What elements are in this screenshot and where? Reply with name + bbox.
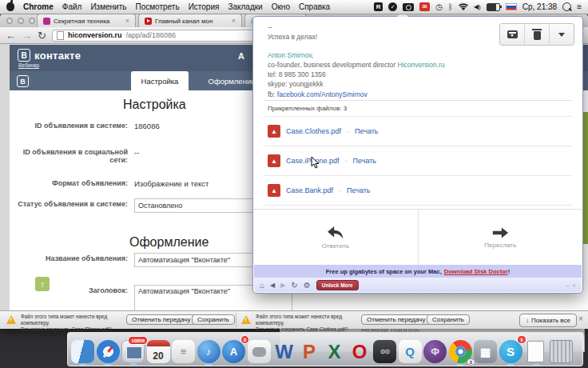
archive-button[interactable] (500, 24, 525, 45)
popover-close-icon[interactable]: × (572, 282, 576, 289)
tab1-close-icon[interactable]: × (125, 17, 129, 25)
wifi-icon[interactable] (459, 3, 468, 11)
tab2-close-icon[interactable]: × (232, 17, 236, 25)
vk-logo[interactable]: В контакте (18, 49, 81, 62)
signature-skype: skype: youngjekkk (268, 79, 445, 89)
dock-icon-calendar[interactable]: 20 (147, 340, 170, 363)
volume-icon[interactable]: ◀) (474, 4, 481, 10)
dock-icon-safari[interactable] (97, 340, 120, 363)
menu-edit[interactable]: Изменить (90, 2, 126, 11)
bluetooth-icon[interactable]: ᛒ (448, 3, 453, 11)
discard-download-button-2[interactable]: Отменить передачу (361, 314, 431, 325)
check-status-icon[interactable]: ✓ (388, 2, 397, 11)
menu-window[interactable]: Окно (272, 2, 290, 11)
attachment-link-bank[interactable]: Case.Bank.pdf (286, 186, 333, 194)
home-icon[interactable]: ⌂ (260, 281, 264, 290)
zoom-window-button[interactable] (29, 18, 35, 24)
field-row-social-id: ID объявления в социальной сети: -- (10, 146, 139, 164)
appstore-badge: 3 (240, 335, 249, 344)
camera-status-icon[interactable] (403, 3, 414, 11)
dock-icon-powerpoint[interactable]: P (298, 340, 321, 363)
dock-icon-finder[interactable] (71, 340, 94, 363)
browser-tab-2[interactable]: Главный канал мон × (138, 14, 242, 27)
menubar-clock[interactable]: Ср, 21:38 (522, 2, 557, 11)
minimize-window-button[interactable] (18, 18, 24, 24)
dock-icon-calculator[interactable]: ▦ (474, 340, 497, 363)
nav-reload-icon[interactable]: ↻ (291, 281, 297, 290)
forward-arrow-icon (491, 226, 509, 239)
discard-download-button-1[interactable]: Отменить передачу (126, 314, 196, 325)
forward-button[interactable]: → (22, 30, 32, 41)
dock-icon-excel[interactable]: X (323, 340, 346, 363)
show-all-downloads-button[interactable]: ↓ Показать все (519, 314, 577, 327)
dock-icon-itunes[interactable]: ♪ (197, 340, 220, 363)
signature-name-link[interactable]: Anton Smirnov, (268, 51, 313, 59)
dock-icon-video-player[interactable]: ⊙⊙ (373, 340, 396, 363)
mail-badge: 10058 (128, 336, 148, 345)
popover-minimize-icon[interactable]: – (566, 282, 569, 289)
menu-view[interactable]: Посмотреть (136, 2, 180, 11)
skype-badge: 1 (517, 335, 526, 344)
print-link[interactable]: Печать (347, 186, 370, 194)
menu-bookmarks[interactable]: Закладки (228, 2, 262, 11)
r-status-icon[interactable]: R (374, 2, 383, 11)
trash-icon (534, 31, 541, 40)
save-download-button-1[interactable]: Сохранить (192, 314, 235, 325)
menubar-app-name[interactable]: Chrome (23, 2, 54, 11)
clock-icon[interactable]: ◷ (435, 3, 443, 11)
dock-icon-trash[interactable] (550, 340, 573, 363)
attachment-row: ▲ Case.Bank.pdf · Печать (264, 176, 571, 206)
dock-icon-word[interactable]: W (272, 340, 296, 363)
webinar-link[interactable]: Вебинар (18, 62, 39, 68)
field-row-ad-name: Название объявления: (10, 253, 292, 267)
more-actions-button[interactable] (550, 24, 574, 45)
menu-help[interactable]: Справка (299, 2, 330, 11)
close-shelf-icon[interactable]: × (578, 314, 583, 323)
menu-file[interactable]: Файл (62, 2, 82, 11)
macos-menubar: Chrome Файл Изменить Посмотреть История … (0, 0, 588, 14)
download-warning-1: Файл этого типа может нанести вред компь… (21, 314, 128, 333)
nav-settings-gear-icon[interactable]: ⚙ (304, 281, 311, 290)
hiconversion-link[interactable]: Hiconversion.ru (398, 61, 445, 69)
dock-icon-purple-symbol-app[interactable]: Φ (423, 340, 447, 363)
vk-mini-icon[interactable]: В (17, 75, 29, 87)
popover-nav-toolbar: ⌂ ◀ ▶ ↻ ⚙ Unlock More – × (254, 278, 582, 292)
dock-icon-reminders[interactable]: ≡ (172, 340, 195, 363)
reload-button[interactable]: ↻ (38, 30, 46, 41)
battery-icon[interactable] (487, 3, 500, 11)
notification-center-icon[interactable]: ≡ (577, 3, 582, 11)
dock-icon-messages[interactable] (248, 340, 271, 363)
forward-button[interactable]: Переслать (419, 210, 583, 266)
nav-back-icon[interactable]: ◀ (270, 282, 275, 289)
browser-tab-1[interactable]: Секретная техника × (37, 14, 136, 27)
mail-notifier-icon[interactable]: ✉ (419, 2, 430, 11)
facebook-link[interactable]: facebook.com/AntonySmirnov (277, 90, 368, 98)
attachment-link-clothes[interactable]: Case.Clothes.pdf (286, 127, 341, 135)
dock-icon-skype[interactable]: 1S (499, 340, 522, 363)
dock-icon-document[interactable] (524, 340, 547, 363)
spotlight-search-icon[interactable] (562, 2, 571, 11)
print-link[interactable]: Печать (355, 127, 378, 135)
tab-settings[interactable]: Настройка (131, 71, 189, 90)
dock-icon-mail[interactable]: 10058 (121, 340, 145, 363)
language-flag-icon[interactable] (506, 3, 517, 10)
dock-icon-app-store[interactable]: 3A (222, 340, 245, 363)
dock-icon-chrome[interactable]: 2 (449, 340, 472, 363)
close-window-button[interactable] (6, 18, 13, 24)
dock-icon-quicktime[interactable]: Q (399, 340, 422, 363)
reply-button[interactable]: Ответить (253, 210, 419, 266)
save-download-button-2[interactable]: Сохранить (427, 314, 470, 325)
dock-icon-opera[interactable]: O (348, 340, 371, 363)
menu-history[interactable]: История (189, 2, 220, 11)
delete-button[interactable] (525, 24, 550, 45)
unlock-more-button[interactable]: Unlock More (316, 280, 359, 290)
field-row-status: Статус объявления в системе: (10, 198, 292, 213)
message-actions-toolbar (499, 23, 574, 46)
apple-menu-icon[interactable] (6, 2, 14, 11)
back-button[interactable]: ← (6, 30, 16, 41)
print-link[interactable]: Печать (353, 157, 376, 165)
warning-icon-2 (241, 315, 251, 324)
nav-forward-icon[interactable]: ▶ (280, 282, 285, 289)
disk-doctor-link[interactable]: Download Disk Doctor (444, 268, 508, 275)
field-row-ad-id: ID объявления в системе: 186086 (10, 120, 160, 130)
